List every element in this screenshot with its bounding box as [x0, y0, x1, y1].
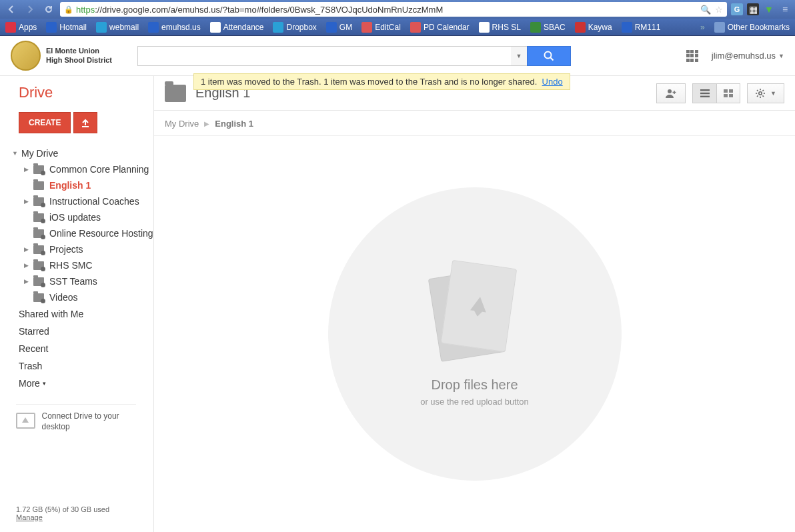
connect-desktop[interactable]: Connect Drive to your desktop — [16, 404, 136, 432]
bookmark-item[interactable]: emuhsd.us — [148, 22, 201, 33]
folder-icon — [33, 181, 44, 190]
ext-icon-1[interactable]: G — [731, 3, 743, 15]
tree-item[interactable]: ▶Common Core Planning — [0, 161, 153, 177]
search-dropdown[interactable]: ▼ — [511, 46, 527, 66]
notification-text: 1 item was moved to the Trash. 1 item wa… — [201, 77, 537, 87]
tree-item[interactable]: ▶Projects — [0, 241, 153, 257]
reload-button[interactable] — [41, 2, 56, 17]
bookmark-label: RHS SL — [492, 23, 521, 32]
list-icon — [700, 89, 710, 97]
app-header: El Monte Union High Shool District ▼ jli… — [0, 36, 795, 76]
forward-button[interactable] — [23, 2, 37, 17]
bookmark-icon — [361, 22, 372, 33]
undo-link[interactable]: Undo — [542, 77, 563, 87]
bookmark-item[interactable]: Kaywa — [575, 22, 612, 33]
bookmark-label: webmail — [109, 23, 139, 32]
svg-rect-7 — [724, 89, 728, 93]
svg-rect-8 — [729, 89, 733, 93]
tree-item-label: RHS SMC — [49, 260, 93, 271]
url-https: https — [76, 5, 95, 15]
bookmark-item[interactable]: Dropbox — [273, 22, 316, 33]
grid-view-button[interactable] — [716, 83, 740, 103]
list-view-button[interactable] — [692, 83, 716, 103]
bookmark-item[interactable]: Apps — [5, 22, 37, 33]
folder-icon — [33, 165, 44, 174]
bookmarks-overflow[interactable]: » — [700, 23, 705, 32]
tree-root[interactable]: ▼ My Drive — [0, 145, 153, 161]
trash-link[interactable]: Trash — [0, 357, 153, 375]
tree-item[interactable]: Online Resource Hosting — [0, 225, 153, 241]
svg-line-16 — [757, 90, 758, 91]
ext-icon-2[interactable]: ▦ — [747, 3, 759, 15]
collapse-icon[interactable]: ▼ — [12, 150, 19, 157]
create-button[interactable]: CREATE — [19, 112, 71, 133]
drop-zone[interactable]: Drop files here or use the red upload bu… — [154, 136, 795, 532]
bookmark-item[interactable]: EditCal — [361, 22, 401, 33]
bookmark-item[interactable]: Attendance — [210, 22, 264, 33]
bookmark-item[interactable]: SBAC — [530, 22, 566, 33]
other-bookmarks[interactable]: Other Bookmarks — [714, 22, 790, 33]
tree-item[interactable]: ▶RHS SMC — [0, 257, 153, 273]
gear-icon — [755, 88, 766, 99]
bookmark-item[interactable]: webmail — [96, 22, 139, 33]
bookmark-item[interactable]: Hotmail — [46, 22, 87, 33]
expand-icon[interactable]: ▶ — [24, 278, 31, 285]
menu-icon[interactable]: ≡ — [779, 3, 791, 15]
tree-item[interactable]: iOS updates — [0, 209, 153, 225]
manage-storage-link[interactable]: Manage — [16, 513, 43, 521]
bookmark-item[interactable]: PD Calendar — [410, 22, 470, 33]
expand-icon[interactable]: ▶ — [24, 198, 31, 205]
expand-icon[interactable]: ▶ — [24, 246, 31, 253]
bookmark-label: GM — [339, 23, 352, 32]
folder-icon — [33, 213, 44, 222]
search-icon — [543, 50, 555, 62]
bookmark-item[interactable]: GM — [326, 22, 352, 33]
storage-info: 1.72 GB (5%) of 30 GB used Manage — [0, 505, 153, 527]
user-menu[interactable]: jlim@emuhsd.us ▼ — [712, 51, 784, 61]
expand-icon[interactable]: ▶ — [24, 166, 31, 173]
tree-item[interactable]: Videos — [0, 289, 153, 305]
person-add-icon — [665, 89, 677, 98]
folder-icon — [33, 277, 44, 286]
drive-logo[interactable]: Drive — [0, 84, 153, 112]
expand-icon[interactable]: ▶ — [24, 262, 31, 269]
bookmark-label: PD Calendar — [424, 23, 470, 32]
district-logo-area[interactable]: El Monte Union High Shool District — [11, 41, 137, 71]
upload-button[interactable] — [73, 112, 97, 133]
tree-item[interactable]: ▶SST Teams — [0, 273, 153, 289]
folder-icon — [33, 293, 44, 302]
recent-link[interactable]: Recent — [0, 340, 153, 357]
zoom-icon[interactable]: 🔍 — [700, 5, 711, 15]
svg-point-3 — [668, 89, 672, 93]
browser-toolbar: 🔒 https ://drive.google.com/a/emuhsd.us/… — [0, 0, 795, 19]
bookmark-label: Attendance — [223, 23, 264, 32]
breadcrumb-root[interactable]: My Drive — [165, 119, 199, 129]
tree-item[interactable]: ▶Instructional Coaches — [0, 193, 153, 209]
svg-line-1 — [551, 57, 554, 60]
bookmark-icon — [530, 22, 541, 33]
shared-with-me-link[interactable]: Shared with Me — [0, 305, 153, 323]
url-bar[interactable]: 🔒 https ://drive.google.com/a/emuhsd.us/… — [60, 2, 727, 17]
bookmark-icon — [622, 22, 632, 33]
bookmark-item[interactable]: RHS SL — [479, 22, 521, 33]
share-button[interactable] — [656, 83, 686, 103]
ext-icon-3[interactable]: ▼ — [763, 3, 775, 15]
back-button[interactable] — [4, 2, 19, 17]
bookmark-item[interactable]: RM111 — [622, 22, 661, 33]
search-input[interactable] — [137, 46, 511, 66]
tree-item-label: Videos — [49, 292, 78, 303]
folder-icon — [33, 197, 44, 206]
tree-item[interactable]: English 1 — [0, 177, 153, 193]
starred-link[interactable]: Starred — [0, 323, 153, 340]
settings-button[interactable]: ▼ — [747, 83, 784, 103]
more-link[interactable]: More ▾ — [0, 375, 153, 392]
search-button[interactable] — [527, 46, 571, 66]
notification-banner: 1 item was moved to the Trash. 1 item wa… — [193, 73, 570, 90]
search-area: ▼ — [137, 46, 571, 66]
connect-text: Connect Drive to your desktop — [42, 411, 136, 432]
folder-icon — [33, 261, 44, 270]
monitor-icon — [16, 413, 35, 429]
apps-grid-icon[interactable] — [686, 50, 698, 62]
documents-icon — [432, 261, 518, 361]
star-icon[interactable]: ☆ — [715, 5, 723, 15]
